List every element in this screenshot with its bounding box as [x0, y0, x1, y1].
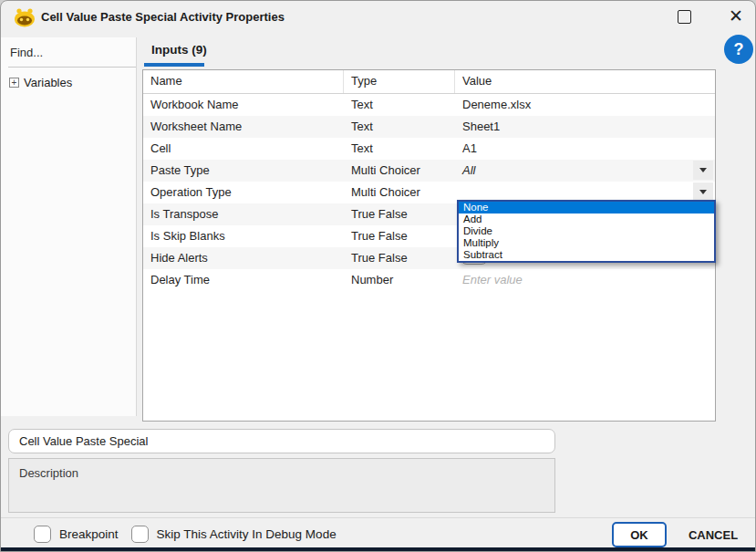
grid-row-workbook-name: Workbook NameTextDeneme.xlsx [143, 94, 715, 116]
cell-name: Workbook Name [143, 94, 344, 116]
breakpoint-checkbox[interactable] [34, 526, 51, 543]
grid-row-delay-time: Delay TimeNumberEnter value [143, 269, 715, 291]
maximize-button[interactable] [678, 10, 691, 24]
description-textarea[interactable]: Description [8, 458, 555, 513]
close-button[interactable]: ✕ [725, 5, 747, 27]
activity-name-input[interactable]: Cell Value Paste Special [8, 429, 555, 453]
tab-inputs[interactable]: Inputs (9) [151, 43, 207, 57]
expand-plus-icon[interactable]: + [9, 78, 19, 88]
cell-value[interactable]: Deneme.xlsx [455, 94, 715, 116]
dropdown-item-divide[interactable]: Divide [459, 225, 714, 237]
cell-name: Operation Type [143, 182, 344, 203]
grid-header: Name Type Value [143, 70, 715, 94]
column-header-value: Value [455, 70, 715, 93]
cell-name: Hide Alerts [143, 247, 344, 269]
dropdown-item-add[interactable]: Add [459, 214, 714, 225]
dropdown-item-multiply[interactable]: Multiply [459, 237, 714, 249]
cell-value[interactable]: Enter value [455, 269, 715, 291]
cell-type: Multi Choicer [344, 182, 455, 203]
cell-value[interactable]: A1 [455, 138, 715, 160]
dropdown-item-none[interactable]: None [459, 202, 714, 214]
sidebar-item-variables[interactable]: + Variables [9, 76, 136, 89]
cell-name: Is Transpose [143, 203, 344, 225]
column-header-type: Type [344, 70, 455, 93]
operation-type-dropdown: NoneAddDivideMultiplySubtract [457, 200, 716, 263]
grid-row-worksheet-name: Worksheet NameTextSheet1 [143, 116, 715, 138]
grid-row-paste-type: Paste TypeMulti ChoicerAll [143, 160, 715, 182]
breakpoint-label: Breakpoint [59, 527, 119, 541]
cell-name: Delay Time [143, 269, 344, 291]
cell-name: Paste Type [143, 160, 344, 182]
cell-type: Text [344, 138, 455, 160]
window-title: Cell Value Paste Special Activity Proper… [41, 10, 285, 24]
value-text: Sheet1 [462, 120, 500, 133]
help-button[interactable]: ? [724, 35, 753, 64]
cell-type: True False [344, 225, 455, 247]
dialog-window: Cell Value Paste Special Activity Proper… [0, 0, 756, 552]
cell-type: True False [344, 203, 455, 225]
cell-type: Number [344, 269, 455, 291]
cell-type: True False [344, 247, 455, 269]
tab-active-indicator [144, 63, 204, 67]
value-text: Deneme.xlsx [462, 98, 531, 111]
chevron-down-icon [699, 168, 707, 172]
cell-name: Cell [143, 138, 344, 160]
cell-type: Multi Choicer [344, 160, 455, 182]
cell-name: Worksheet Name [143, 116, 344, 138]
cancel-button[interactable]: CANCEL [679, 522, 747, 547]
window-bottom-edge [1, 547, 755, 551]
variables-label: Variables [24, 76, 72, 89]
cell-value[interactable]: Sheet1 [455, 116, 715, 138]
cell-type: Text [344, 94, 455, 116]
column-header-name: Name [143, 70, 344, 93]
skip-debug-label: Skip This Activity In Debug Mode [157, 527, 337, 541]
cell-type: Text [344, 116, 455, 138]
dropdown-button[interactable] [693, 182, 713, 202]
choicer-value: All [462, 163, 475, 177]
cell-name: Is Skip Blanks [143, 225, 344, 247]
help-icon: ? [734, 40, 744, 59]
value-placeholder: Enter value [462, 273, 523, 286]
sidebar: Find... + Variables [1, 37, 137, 416]
description-placeholder: Description [19, 466, 78, 480]
skip-debug-checkbox[interactable] [131, 526, 149, 543]
title-bar: Cell Value Paste Special Activity Proper… [1, 1, 755, 34]
ok-button[interactable]: OK [612, 522, 667, 547]
find-input[interactable]: Find... [8, 37, 136, 68]
cell-value[interactable]: All [455, 160, 715, 182]
chevron-down-icon [699, 190, 707, 194]
dropdown-item-subtract[interactable]: Subtract [459, 249, 714, 261]
dropdown-button[interactable] [693, 161, 713, 180]
close-icon: ✕ [729, 6, 743, 26]
grid-row-cell: CellTextA1 [143, 138, 715, 160]
robot-app-icon [13, 7, 36, 27]
value-text: A1 [462, 141, 477, 155]
